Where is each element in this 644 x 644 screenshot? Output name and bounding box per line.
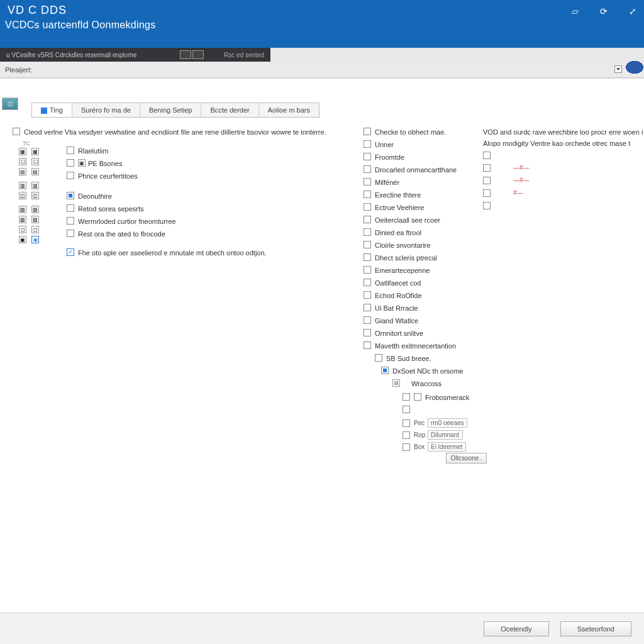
checkbox[interactable] <box>364 178 371 186</box>
field-input[interactable]: rm0 oeeaes <box>428 418 467 428</box>
checkbox[interactable] <box>67 147 74 154</box>
app-title: VD C DDS <box>0 0 644 17</box>
checkbox[interactable] <box>67 192 74 199</box>
checkbox[interactable] <box>364 266 371 274</box>
item-label: Dinied ea ftrool <box>375 228 421 237</box>
strip-icon[interactable]: ◻ <box>31 226 39 233</box>
checkbox[interactable] <box>67 248 74 256</box>
strip-icon[interactable]: ◫ <box>19 192 26 199</box>
tabs: TingSuréro fo ma deBening SetiepBccte de… <box>31 103 319 118</box>
checkbox[interactable] <box>402 406 410 413</box>
checkbox[interactable] <box>364 216 371 223</box>
checkbox[interactable] <box>483 177 491 184</box>
strip-icon[interactable]: ▥ <box>19 182 26 189</box>
checkbox[interactable] <box>67 230 74 237</box>
tab-strip-label: u VCesifre vSRS Cdrckdles resermall enpl… <box>0 52 180 58</box>
checkbox[interactable] <box>67 217 74 225</box>
expand-icon[interactable]: ⤢ <box>628 6 638 16</box>
checkbox[interactable] <box>483 202 491 209</box>
strip-icon[interactable]: ◉ <box>31 236 39 243</box>
checkbox[interactable] <box>364 329 371 336</box>
checkbox[interactable] <box>67 204 74 212</box>
footer-button-primary[interactable]: Ocetendly <box>484 621 549 636</box>
checkbox[interactable] <box>381 367 389 374</box>
checkbox[interactable] <box>402 393 410 401</box>
tab-strip-box[interactable] <box>192 50 204 59</box>
strip-icon[interactable]: ▨ <box>19 216 26 223</box>
checkbox[interactable] <box>364 140 371 148</box>
strip-icon[interactable]: ▥ <box>31 182 39 189</box>
item-label: Emerartecepenne <box>375 266 430 275</box>
checkbox[interactable] <box>67 172 74 179</box>
checkbox[interactable] <box>483 164 491 172</box>
sub-check: Frobosmerack <box>425 393 469 402</box>
checkbox[interactable] <box>364 253 371 261</box>
strip-icon[interactable]: ▤ <box>19 168 26 175</box>
checkbox[interactable] <box>364 128 371 135</box>
window-icon[interactable]: ▱ <box>570 6 580 16</box>
sub-button[interactable]: Oltcsoone . <box>446 453 487 464</box>
checkbox[interactable] <box>364 165 371 173</box>
strip-icon[interactable]: ▦ <box>31 148 39 155</box>
strip-icon[interactable]: ☐ <box>31 158 39 165</box>
side-tool-icon[interactable]: ◫ <box>2 97 18 110</box>
checkbox[interactable] <box>402 443 410 451</box>
field-label: Pec <box>414 419 428 426</box>
sub-label: Wraccoss <box>411 379 441 388</box>
checkbox[interactable] <box>67 159 74 167</box>
strip-icon[interactable]: ▣ <box>19 236 26 243</box>
strip-icon[interactable]: ☐ <box>19 158 26 165</box>
footer-button-secondary[interactable]: Sseteorfond <box>560 621 631 636</box>
field-input[interactable]: Ei ldeermet <box>428 442 466 452</box>
checkbox[interactable] <box>364 316 371 324</box>
strip-icon[interactable]: ◫ <box>31 192 39 199</box>
refresh-icon[interactable]: ⟳ <box>599 6 609 16</box>
checkbox[interactable] <box>414 393 421 401</box>
tab-0[interactable]: Ting <box>32 103 72 117</box>
checkbox[interactable] <box>13 128 20 135</box>
checkbox[interactable] <box>402 431 410 439</box>
warn-icon: #— <box>513 189 523 196</box>
item-label: Froomtde <box>375 153 404 162</box>
checkbox[interactable] <box>364 153 371 160</box>
item-label: Echod RoOfide <box>375 291 422 300</box>
column-middle: Checke to obhect mae. UnnerFroomtdeDroca… <box>364 128 489 462</box>
checkbox[interactable] <box>364 191 371 198</box>
strip-icon[interactable]: ▧ <box>19 206 26 213</box>
tab-1[interactable]: Suréro fo ma de <box>72 103 140 117</box>
checkbox[interactable] <box>375 354 382 362</box>
strip-icon[interactable]: ▨ <box>31 216 39 223</box>
checkbox[interactable] <box>364 228 371 236</box>
strip-icon[interactable]: ▦ <box>19 148 26 155</box>
field-input[interactable]: Dilumnant <box>428 430 463 440</box>
strip-icon[interactable]: ▤ <box>31 168 39 175</box>
tab-2[interactable]: Bening Setiep <box>140 103 202 117</box>
dropdown-icon[interactable] <box>614 65 622 73</box>
checkbox[interactable] <box>364 203 371 211</box>
tab-label: Aolioe m bars <box>268 106 310 114</box>
tab-strip-right: Rsc ed sented <box>218 52 270 58</box>
item-label: Drocarled onmancartthane <box>375 165 457 174</box>
checkbox[interactable] <box>364 291 371 299</box>
checkbox[interactable] <box>483 189 491 197</box>
strip-icon[interactable]: ▧ <box>31 206 39 213</box>
item-label: Ectrue Veehiere <box>375 203 424 212</box>
project-label: Pleaijert: <box>0 66 32 74</box>
checkbox[interactable] <box>364 241 371 248</box>
warn-icon: —#— <box>513 164 530 171</box>
checkbox[interactable] <box>483 152 491 159</box>
tab-3[interactable]: Bccte derder <box>201 103 258 117</box>
checkbox[interactable] <box>364 341 371 349</box>
checkbox[interactable] <box>402 419 410 427</box>
tree-icon[interactable]: ⊟ <box>392 379 400 387</box>
warn-icon: —#— <box>513 177 530 184</box>
mid-header: Checke to obhect mae. <box>375 128 446 136</box>
field-label: Box <box>414 443 428 450</box>
checkbox[interactable] <box>364 279 371 286</box>
checkbox[interactable] <box>364 304 371 311</box>
document-tab-strip: u VCesifre vSRS Cdrckdles resermall enpl… <box>0 48 270 62</box>
sub-panel: Frobosmerack Pecrm0 oeeaesRopDilumnantBo… <box>402 393 489 462</box>
strip-icon[interactable]: ◻ <box>19 226 26 233</box>
tab-strip-box[interactable] <box>180 50 191 59</box>
tab-4[interactable]: Aolioe m bars <box>259 103 319 117</box>
